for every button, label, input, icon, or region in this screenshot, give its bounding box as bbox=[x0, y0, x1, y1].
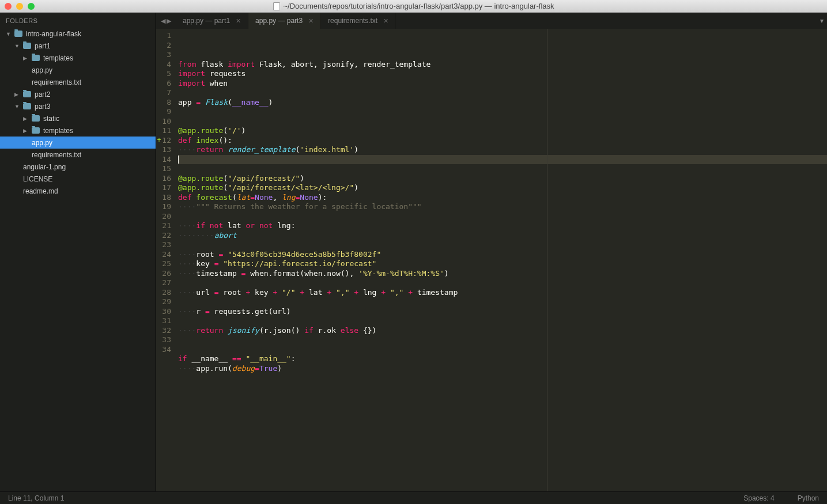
code-line[interactable] bbox=[178, 155, 827, 165]
disclosure-arrow-icon[interactable]: ▼ bbox=[6, 31, 11, 37]
code-line[interactable]: app = Flask(__name__) bbox=[178, 98, 827, 108]
tab-close-icon[interactable]: ✕ bbox=[308, 17, 314, 25]
code-line[interactable]: def forecast(lat=None, lng=None): bbox=[178, 193, 827, 203]
code-line[interactable] bbox=[178, 164, 827, 174]
window-titlebar: ~/Documents/repos/tutorials/intro-angula… bbox=[0, 0, 827, 13]
folder-item[interactable]: ▼part1 bbox=[0, 40, 156, 52]
code-editor[interactable]: from flask import Flask, abort, jsonify,… bbox=[175, 29, 827, 491]
folder-icon bbox=[32, 127, 40, 134]
tree-item-label: app.py bbox=[32, 66, 52, 74]
window-close-button[interactable] bbox=[5, 3, 12, 10]
tree-item-label: static bbox=[43, 115, 59, 123]
code-line[interactable]: ····return jsonify(r.json() if r.ok else… bbox=[178, 326, 827, 336]
code-line[interactable]: @app.route("/api/forecast/") bbox=[178, 174, 827, 184]
disclosure-arrow-icon[interactable]: ▶ bbox=[23, 116, 28, 122]
file-item[interactable]: angular-1.png bbox=[0, 161, 156, 173]
folder-icon bbox=[14, 31, 22, 37]
code-line[interactable]: ····r = requests.get(url) bbox=[178, 307, 827, 317]
code-line[interactable] bbox=[178, 297, 827, 307]
folder-item[interactable]: ▶templates bbox=[0, 52, 156, 64]
folder-icon bbox=[23, 43, 31, 49]
code-line[interactable]: ····""" Returns the weather for a specif… bbox=[178, 202, 827, 212]
file-item[interactable]: app.py bbox=[0, 137, 156, 149]
folder-item[interactable]: ▶static bbox=[0, 112, 156, 124]
disclosure-arrow-icon[interactable]: ▶ bbox=[14, 92, 20, 97]
window-minimize-button[interactable] bbox=[16, 3, 23, 10]
code-line[interactable] bbox=[178, 345, 827, 355]
file-item[interactable]: LICENSE bbox=[0, 173, 156, 185]
tab-close-icon[interactable]: ✕ bbox=[236, 17, 241, 25]
tree-item-label: readme.md bbox=[23, 187, 58, 195]
code-line[interactable]: if __name__ == "__main__": bbox=[178, 354, 827, 364]
tab-close-icon[interactable]: ✕ bbox=[383, 17, 388, 25]
file-item[interactable]: requirements.txt bbox=[0, 149, 156, 161]
file-item[interactable]: requirements.txt bbox=[0, 76, 156, 88]
editor-tab[interactable]: requirements.txt✕ bbox=[321, 13, 396, 29]
sidebar-header: FOLDERS bbox=[0, 13, 156, 28]
file-tree[interactable]: ▼intro-angular-flask▼part1▶templatesapp.… bbox=[0, 28, 156, 491]
tab-overflow-icon[interactable]: ▾ bbox=[817, 13, 827, 29]
code-line[interactable] bbox=[178, 316, 827, 326]
tree-item-label: part3 bbox=[35, 103, 50, 111]
code-line[interactable] bbox=[178, 88, 827, 98]
code-line[interactable]: import requests bbox=[178, 69, 827, 79]
disclosure-arrow-icon[interactable]: ▼ bbox=[14, 43, 20, 49]
tree-item-label: intro-angular-flask bbox=[26, 30, 81, 38]
tab-history-back-icon[interactable]: ◀ bbox=[161, 17, 165, 25]
disclosure-arrow-icon[interactable]: ▶ bbox=[23, 128, 28, 134]
tree-item-label: templates bbox=[43, 127, 73, 135]
folder-item[interactable]: ▶part2 bbox=[0, 88, 156, 100]
code-line[interactable]: @app.route('/') bbox=[178, 126, 827, 136]
editor-tab[interactable]: app.py — part1✕ bbox=[176, 13, 248, 29]
folder-item[interactable]: ▼part3 bbox=[0, 100, 156, 112]
code-line[interactable] bbox=[178, 278, 827, 288]
code-line[interactable]: def index(): bbox=[178, 136, 827, 146]
code-line[interactable] bbox=[178, 212, 827, 222]
folder-item[interactable]: ▼intro-angular-flask bbox=[0, 28, 156, 40]
code-line[interactable]: ········abort bbox=[178, 231, 827, 241]
window-title-text: ~/Documents/repos/tutorials/intro-angula… bbox=[283, 2, 554, 10]
code-line[interactable] bbox=[178, 117, 827, 127]
code-line[interactable] bbox=[178, 107, 827, 117]
statusbar: Line 11, Column 1 Spaces: 4 Python bbox=[0, 491, 827, 504]
traffic-lights bbox=[0, 3, 35, 10]
text-cursor bbox=[178, 156, 179, 164]
code-line[interactable]: import when bbox=[178, 79, 827, 89]
status-cursor-position[interactable]: Line 11, Column 1 bbox=[8, 494, 64, 502]
code-line[interactable] bbox=[178, 373, 827, 383]
tree-item-label: part2 bbox=[35, 90, 50, 98]
tab-history-forward-icon[interactable]: ▶ bbox=[167, 17, 171, 25]
code-line[interactable]: ····timestamp = when.format(when.now(), … bbox=[178, 269, 827, 279]
tab-label: requirements.txt bbox=[328, 17, 377, 25]
code-line[interactable] bbox=[178, 240, 827, 250]
code-line[interactable]: ····if not lat or not lng: bbox=[178, 221, 827, 231]
tree-item-label: requirements.txt bbox=[32, 78, 81, 86]
file-icon bbox=[273, 2, 280, 10]
code-line[interactable]: from flask import Flask, abort, jsonify,… bbox=[178, 60, 827, 70]
tree-item-label: LICENSE bbox=[23, 175, 52, 183]
tab-nav-arrows: ◀ ▶ bbox=[156, 13, 176, 29]
folder-icon bbox=[23, 103, 31, 109]
code-line[interactable]: ····return render_template('index.html') bbox=[178, 145, 827, 155]
editor-tab[interactable]: app.py — part3✕ bbox=[248, 13, 321, 29]
code-line[interactable] bbox=[178, 335, 827, 345]
sidebar: FOLDERS ▼intro-angular-flask▼part1▶templ… bbox=[0, 13, 156, 491]
tab-label: app.py — part3 bbox=[255, 17, 303, 25]
tree-item-label: part1 bbox=[35, 42, 50, 50]
code-line[interactable]: ····url = root + key + "/" + lat + "," +… bbox=[178, 288, 827, 298]
folder-item[interactable]: ▶templates bbox=[0, 124, 156, 137]
code-line[interactable]: ····app.run(debug=True) bbox=[178, 364, 827, 374]
file-item[interactable]: app.py bbox=[0, 64, 156, 76]
window-maximize-button[interactable] bbox=[28, 3, 35, 10]
code-area[interactable]: 1234567891011121314151617181920212223242… bbox=[156, 29, 827, 491]
status-indent[interactable]: Spaces: 4 bbox=[743, 494, 774, 502]
status-language[interactable]: Python bbox=[798, 494, 819, 502]
code-line[interactable]: @app.route("/api/forecast/<lat>/<lng>/") bbox=[178, 183, 827, 193]
file-item[interactable]: readme.md bbox=[0, 185, 156, 197]
window-title: ~/Documents/repos/tutorials/intro-angula… bbox=[273, 2, 554, 10]
line-number-gutter: 1234567891011121314151617181920212223242… bbox=[156, 29, 175, 491]
code-line[interactable]: ····key = "https://api.forecast.io/forec… bbox=[178, 259, 827, 269]
disclosure-arrow-icon[interactable]: ▶ bbox=[23, 55, 28, 61]
code-line[interactable]: ····root = "543c0f05cb394d6ece5a8b5fb3f8… bbox=[178, 250, 827, 260]
disclosure-arrow-icon[interactable]: ▼ bbox=[14, 104, 20, 109]
